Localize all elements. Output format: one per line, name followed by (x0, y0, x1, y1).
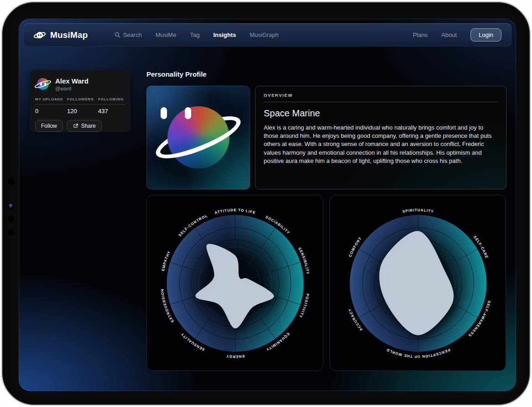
stat-label-uploads: MY UPLOADS (35, 97, 67, 101)
stat-value-followers: 120 (67, 108, 98, 115)
profile-header: Alex Ward @ward (35, 76, 125, 92)
brand-logo[interactable]: MusiMap (33, 30, 88, 40)
archetype-title: Space Marine (264, 108, 498, 119)
profile-stat-values: 0 120 437 (35, 108, 125, 115)
profile-actions: Follow Share (35, 120, 125, 132)
svg-text:SPIRITUALITY: SPIRITUALITY (402, 208, 434, 214)
stat-label-followers: FOLLOWERS (67, 97, 98, 101)
follow-button-label: Follow (41, 123, 57, 129)
profile-name: Alex Ward (55, 77, 89, 85)
svg-text:ENERGY: ENERGY (226, 354, 245, 359)
personality-radar-card: ATTITUDE TO LIFESOCIABILITYSENSIBILITYPO… (146, 195, 323, 371)
planet-eye-icon (185, 107, 191, 119)
brand-name: MusiMap (50, 30, 88, 40)
nav-item-tag[interactable]: Tag (190, 31, 199, 38)
navbar: MusiMap Search MusiMe Tag Insights MusiG… (23, 23, 511, 47)
nav-item-insights[interactable]: Insights (213, 31, 236, 38)
stat-value-uploads: 0 (35, 108, 67, 115)
nav-item-musime[interactable]: MusiMe (156, 31, 177, 38)
profile-stat-labels: MY UPLOADS FOLLOWERS FOLLOWING (35, 97, 125, 101)
share-button-label: Share (81, 123, 96, 129)
personality-avatar-card (146, 86, 250, 189)
tablet-device: MusiMap Search MusiMe Tag Insights MusiG… (1, 1, 531, 406)
follow-button[interactable]: Follow (35, 120, 63, 132)
nav-item-search[interactable]: Search (115, 31, 142, 38)
avatar-eye-icon (44, 83, 46, 86)
primary-nav: Search MusiMe Tag Insights MusiGraph (115, 31, 279, 38)
bezel-sensor-dot (7, 229, 15, 236)
stat-label-following: FOLLOWING (98, 97, 124, 101)
stat-value-following: 437 (98, 108, 108, 115)
bezel-microphone-dot (10, 192, 12, 194)
share-button[interactable]: Share (67, 120, 102, 132)
app-screen: MusiMap Search MusiMe Tag Insights MusiG… (19, 19, 516, 391)
planet-logo-icon (33, 30, 46, 40)
navbar-right: Plans About Login (413, 28, 501, 42)
wellbeing-radar-chart: SPIRITUALITYSELF-CARESELF-AWARENESSPERCE… (330, 195, 506, 371)
nav-item-musigraph[interactable]: MusiGraph (250, 31, 279, 38)
profile-card: Alex Ward @ward MY UPLOADS FOLLOWERS FOL… (30, 70, 130, 132)
wellbeing-radar-card: SPIRITUALITYSELF-CARESELF-AWARENESSPERCE… (329, 195, 506, 371)
profile-handle: @ward (55, 86, 89, 91)
external-link-icon (73, 123, 78, 129)
page-title: Personality Profile (146, 70, 207, 78)
profile-identity: Alex Ward @ward (55, 77, 89, 91)
overview-label: OVERVIEW (264, 93, 498, 98)
stats-divider (35, 104, 125, 104)
bezel-sensor-dot (7, 178, 15, 185)
archetype-description: Alex is a caring and warm-hearted indivi… (264, 124, 499, 165)
profile-avatar (35, 76, 51, 92)
nav-item-label: Search (123, 31, 142, 38)
overview-divider (264, 102, 498, 102)
avatar-eye-icon (40, 83, 42, 86)
front-camera-icon (9, 204, 14, 209)
planet-eye-icon (161, 107, 167, 119)
nav-item-plans[interactable]: Plans (413, 31, 428, 38)
nav-item-about[interactable]: About (441, 31, 457, 38)
svg-text:ATTITUDE TO LIFE: ATTITUDE TO LIFE (214, 208, 256, 215)
personality-radar-chart: ATTITUDE TO LIFESOCIABILITYSENSIBILITYPO… (147, 195, 323, 371)
login-button[interactable]: Login (470, 28, 501, 42)
search-icon (115, 32, 120, 38)
screenshot-stage: MusiMap Search MusiMe Tag Insights MusiG… (0, 0, 532, 407)
bezel-sensor-dot (7, 215, 15, 223)
overview-card: OVERVIEW Space Marine Alex is a caring a… (255, 86, 506, 189)
